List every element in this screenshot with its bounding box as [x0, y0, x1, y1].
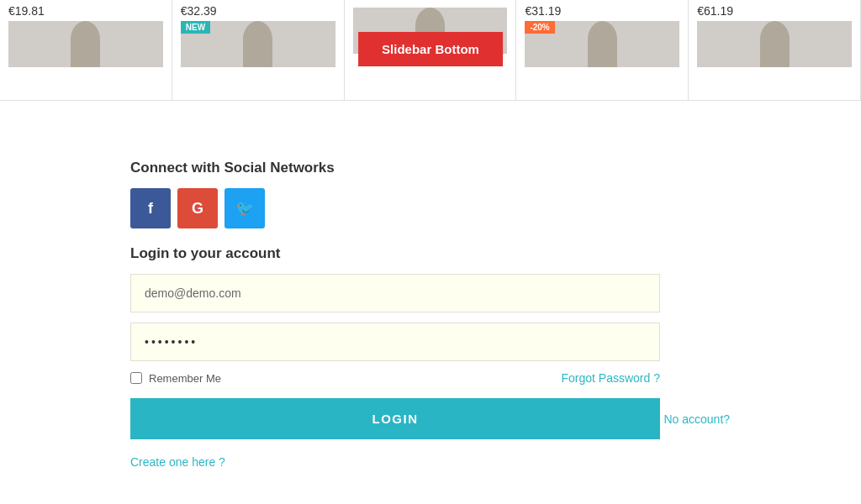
twitter-icon: 🐦	[235, 199, 254, 218]
product-4: €31.19 -20%	[516, 0, 689, 100]
product-4-thumb: -20%	[525, 21, 679, 67]
login-button[interactable]: LOGIN	[130, 398, 660, 439]
options-row: Remember Me Forgot Password ?	[130, 371, 660, 385]
twitter-button[interactable]: 🐦	[224, 188, 265, 228]
login-button-label: LOGIN	[372, 412, 419, 426]
new-badge: NEW	[181, 21, 210, 34]
slidebar-bottom-tab[interactable]: Slidebar Bottom	[358, 32, 503, 66]
email-input[interactable]	[130, 274, 660, 312]
forgot-password-text: Forgot Password ?	[562, 371, 661, 385]
google-icon: G	[192, 200, 203, 218]
login-title: Login to your account	[130, 245, 731, 262]
product-2-price: €32.39	[181, 4, 217, 18]
forgot-password-link[interactable]: Forgot Password ?	[562, 371, 661, 385]
product-4-price: €31.19	[525, 4, 561, 18]
product-5-price: €61.19	[697, 4, 733, 18]
social-buttons-group: f G 🐦	[130, 188, 731, 228]
product-1: €19.81	[0, 0, 172, 100]
social-title: Connect with Social Networks	[130, 160, 731, 176]
slidebar-bottom-label: Slidebar Bottom	[382, 42, 479, 56]
facebook-button[interactable]: f	[130, 188, 171, 228]
remember-me-text: Remember Me	[149, 372, 221, 385]
remember-me-label[interactable]: Remember Me	[130, 372, 221, 385]
discount-badge: -20%	[525, 21, 554, 34]
product-2-thumb: NEW	[181, 21, 335, 67]
login-section: Login to your account Remember Me Forgot…	[130, 245, 731, 470]
password-input[interactable]	[130, 323, 660, 361]
product-5: €61.19	[689, 0, 861, 100]
google-button[interactable]: G	[177, 188, 218, 228]
social-networks-section: Connect with Social Networks f G 🐦	[130, 160, 731, 228]
modal-area: Connect with Social Networks f G 🐦 Login…	[0, 101, 861, 504]
product-2: €32.39 NEW	[172, 0, 345, 100]
remember-me-checkbox[interactable]	[130, 372, 142, 384]
product-1-thumb	[8, 21, 163, 67]
facebook-icon: f	[148, 200, 153, 218]
password-group	[130, 323, 731, 361]
email-group	[130, 274, 731, 312]
product-5-thumb	[697, 21, 852, 67]
product-1-price: €19.81	[8, 4, 45, 18]
